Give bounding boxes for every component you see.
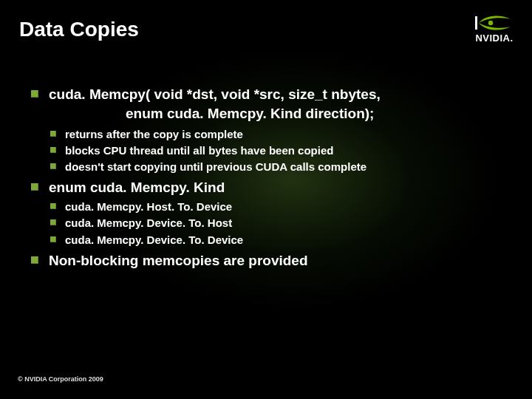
text: cuda. Memcpy( void *dst, void *src, size… bbox=[49, 86, 381, 103]
svg-rect-2 bbox=[475, 16, 477, 30]
bullet-icon bbox=[50, 236, 56, 242]
slide-content: cuda. Memcpy( void *dst, void *src, size… bbox=[31, 86, 514, 273]
bullet-icon bbox=[50, 219, 56, 225]
list-item: cuda. Memcpy. Device. To. Host bbox=[50, 216, 514, 231]
list-item: blocks CPU thread until all bytes have b… bbox=[50, 143, 514, 158]
list-item: cuda. Memcpy. Host. To. Device bbox=[50, 200, 514, 214]
svg-point-1 bbox=[488, 21, 493, 25]
bullet-icon bbox=[50, 203, 56, 209]
text: cuda. Memcpy. Host. To. Device bbox=[65, 200, 232, 214]
list-item: returns after the copy is complete bbox=[50, 127, 514, 142]
nonblocking-note: Non-blocking memcopies are provided bbox=[31, 252, 514, 270]
bullet-icon bbox=[31, 256, 38, 264]
text: Non-blocking memcopies are provided bbox=[49, 252, 308, 270]
bullet-icon bbox=[50, 163, 56, 169]
bullet-icon bbox=[50, 147, 56, 153]
signature-line2: enum cuda. Memcpy. Kind direction); bbox=[126, 105, 514, 123]
enum-header: enum cuda. Memcpy. Kind bbox=[31, 179, 514, 197]
brand-text: NVIDIA. bbox=[474, 33, 514, 44]
text: returns after the copy is complete bbox=[65, 127, 243, 142]
text: doesn't start copying until previous CUD… bbox=[65, 160, 366, 174]
bullet-icon bbox=[50, 131, 56, 137]
bullet-icon bbox=[31, 90, 38, 98]
nvidia-eye-icon bbox=[474, 15, 514, 31]
list-item: cuda. Memcpy. Device. To. Device bbox=[50, 233, 514, 248]
list-item: doesn't start copying until previous CUD… bbox=[50, 160, 514, 174]
text: enum cuda. Memcpy. Kind bbox=[49, 179, 225, 197]
text: blocks CPU thread until all bytes have b… bbox=[65, 143, 333, 158]
text: cuda. Memcpy. Device. To. Device bbox=[65, 233, 243, 248]
signature-line1: cuda. Memcpy( void *dst, void *src, size… bbox=[31, 86, 514, 103]
bullet-icon bbox=[31, 183, 38, 191]
slide-title: Data Copies bbox=[19, 18, 139, 41]
text: cuda. Memcpy. Device. To. Host bbox=[65, 216, 232, 231]
brand-logo: NVIDIA. bbox=[474, 15, 514, 44]
copyright-footer: © NVIDIA Corporation 2009 bbox=[18, 375, 103, 383]
